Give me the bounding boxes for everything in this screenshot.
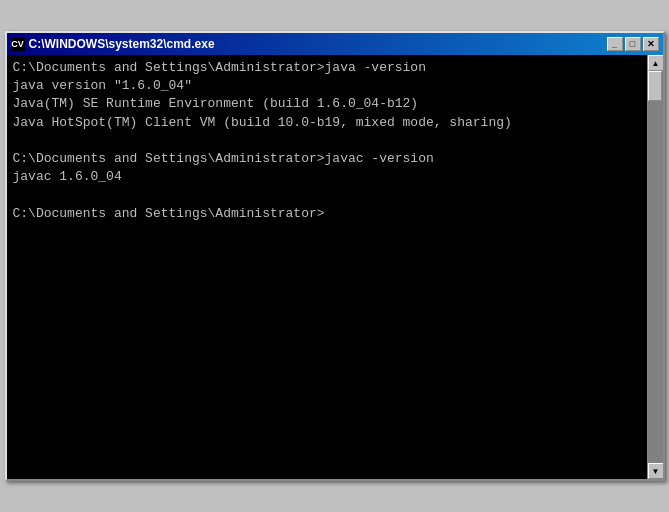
content-area: C:\Documents and Settings\Administrator>…: [7, 55, 663, 479]
title-bar: CV C:\WINDOWS\system32\cmd.exe _ □ ✕: [7, 33, 663, 55]
scroll-up-button[interactable]: ▲: [648, 55, 663, 71]
scrollbar: ▲ ▼: [647, 55, 663, 479]
cmd-icon: CV: [11, 37, 25, 51]
window-title: C:\WINDOWS\system32\cmd.exe: [29, 37, 215, 51]
scroll-thumb[interactable]: [648, 71, 662, 101]
scroll-track: [648, 71, 663, 463]
maximize-button[interactable]: □: [625, 37, 641, 51]
terminal-output[interactable]: C:\Documents and Settings\Administrator>…: [7, 55, 647, 479]
title-bar-left: CV C:\WINDOWS\system32\cmd.exe: [11, 37, 215, 51]
terminal-text: C:\Documents and Settings\Administrator>…: [13, 59, 641, 223]
minimize-button[interactable]: _: [607, 37, 623, 51]
cmd-window: CV C:\WINDOWS\system32\cmd.exe _ □ ✕ C:\…: [5, 31, 665, 481]
scroll-down-button[interactable]: ▼: [648, 463, 663, 479]
title-bar-buttons: _ □ ✕: [607, 37, 659, 51]
close-button[interactable]: ✕: [643, 37, 659, 51]
